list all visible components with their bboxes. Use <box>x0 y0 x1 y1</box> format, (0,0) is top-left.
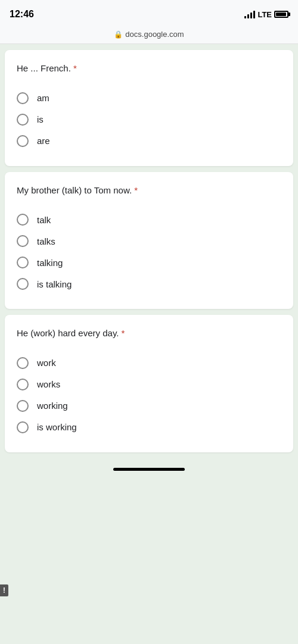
option-working[interactable]: working <box>17 395 281 417</box>
question-card-1: He ... French.* am is are <box>5 50 293 166</box>
page-content: He ... French.* am is are My brother (ta… <box>0 44 298 458</box>
radio-circle-is-talking[interactable] <box>17 278 29 290</box>
radio-circle-works[interactable] <box>17 379 29 390</box>
side-exclamation: ! <box>0 584 8 596</box>
required-star-1: * <box>73 63 77 73</box>
option-label-are: are <box>37 136 50 146</box>
question-text-3: He (work) hard every day.* <box>17 327 281 340</box>
option-label-is-talking: is talking <box>37 279 72 289</box>
option-label-am: am <box>37 93 49 103</box>
option-are[interactable]: are <box>17 130 281 152</box>
lte-label: LTE <box>257 10 272 19</box>
radio-circle-is-working[interactable] <box>17 421 29 433</box>
signal-icon <box>244 10 255 18</box>
lock-icon: 🔒 <box>114 30 123 39</box>
option-is-talking[interactable]: is talking <box>17 273 281 295</box>
bottom-bar <box>0 458 298 476</box>
url-text: docs.google.com <box>125 30 184 39</box>
question-text-2: My brother (talk) to Tom now.* <box>17 184 281 198</box>
option-am[interactable]: am <box>17 87 281 109</box>
address-bar[interactable]: 🔒 docs.google.com <box>0 26 298 44</box>
option-label-talks: talks <box>37 236 55 246</box>
question-card-2: My brother (talk) to Tom now.* talk talk… <box>5 172 293 310</box>
option-is[interactable]: is <box>17 109 281 130</box>
question-card-3: He (work) hard every day.* work works wo… <box>5 315 293 452</box>
option-talks[interactable]: talks <box>17 230 281 252</box>
question-text-1: He ... French.* <box>17 62 281 76</box>
status-icons: LTE <box>244 10 288 19</box>
option-label-is-working: is working <box>37 422 77 432</box>
required-star-2: * <box>134 185 138 195</box>
option-label-works: works <box>37 379 60 389</box>
radio-circle-talks[interactable] <box>17 235 29 247</box>
radio-circle-is[interactable] <box>17 114 29 126</box>
radio-circle-talking[interactable] <box>17 257 29 268</box>
radio-circle-work[interactable] <box>17 357 29 369</box>
radio-circle-are[interactable] <box>17 135 29 147</box>
radio-circle-working[interactable] <box>17 400 29 412</box>
required-star-3: * <box>121 328 125 338</box>
option-label-working: working <box>37 401 68 411</box>
option-is-working[interactable]: is working <box>17 417 281 438</box>
battery-icon <box>274 11 288 18</box>
option-work[interactable]: work <box>17 352 281 374</box>
radio-circle-am[interactable] <box>17 92 29 104</box>
option-works[interactable]: works <box>17 374 281 395</box>
status-bar: 12:46 LTE <box>0 0 298 26</box>
home-indicator <box>113 468 185 471</box>
status-time: 12:46 <box>10 9 34 20</box>
option-label-work: work <box>37 358 56 368</box>
option-label-talking: talking <box>37 258 63 268</box>
radio-circle-talk[interactable] <box>17 214 29 226</box>
option-talking[interactable]: talking <box>17 252 281 273</box>
option-talk[interactable]: talk <box>17 209 281 230</box>
option-label-talk: talk <box>37 215 51 225</box>
option-label-is: is <box>37 114 44 124</box>
